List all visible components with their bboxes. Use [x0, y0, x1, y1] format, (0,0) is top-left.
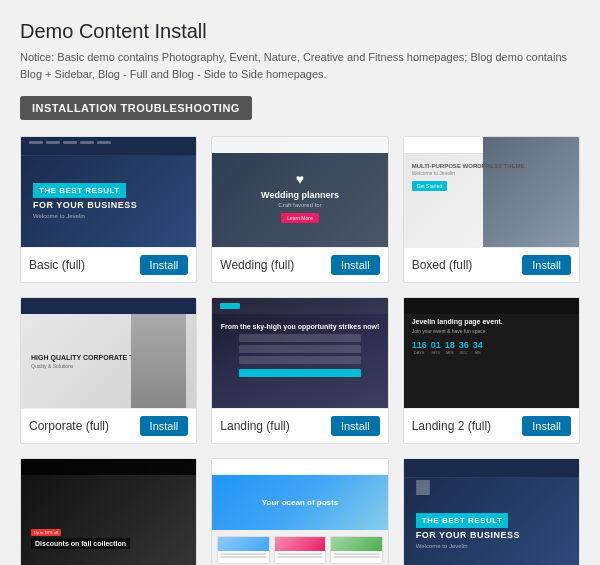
preview-landing: From the sky-high you opportunity strike…: [212, 298, 387, 408]
blog-card-text: [331, 551, 381, 561]
hero-line2: FOR YOUR BUSINESS: [33, 200, 184, 210]
blog-cards: [217, 536, 382, 564]
blog-mini-line: [220, 553, 266, 555]
blog-card-img: [331, 537, 381, 551]
preview-corporate: High Quality Corporate Template Quality …: [21, 298, 196, 408]
blog-card-2: [274, 536, 326, 564]
boxed-image: [483, 137, 579, 247]
install-button[interactable]: Install: [331, 416, 380, 436]
blog-nav: [212, 459, 387, 475]
boxed-text: Multi-purpose WordPress Theme Welcome to…: [412, 162, 525, 191]
theme-label: Wedding (full): [220, 258, 294, 272]
counter-h: 01 HRS: [431, 340, 441, 355]
theme-card-corporate: High Quality Corporate Template Quality …: [20, 297, 197, 444]
blog-mini-line: [333, 556, 379, 558]
hero-text: THE BEST RESULT FOR YOUR BUSINESS Welcom…: [33, 181, 184, 219]
hero-line2: FOR YOUR BUSINESS: [416, 530, 567, 540]
counter-s-value: 36: [459, 340, 469, 350]
card-footer: Wedding (full) Install: [212, 247, 387, 282]
card-footer: Landing 2 (full) Install: [404, 408, 579, 443]
boxed-cta: Get Started: [412, 181, 448, 191]
blog-card-text: [275, 551, 325, 561]
nav-dot: [416, 492, 430, 495]
nav-dot: [80, 141, 94, 144]
blog-mini-line: [333, 553, 379, 555]
preview-shop: Up to 50% off Discounts on fall collecti…: [21, 459, 196, 565]
blog-hero-title: Your ocean of posts: [262, 498, 338, 507]
landing-input-2: [239, 345, 362, 353]
shop-content: Up to 50% off Discounts on fall collecti…: [31, 522, 130, 549]
preview-basic-fast: THE BEST RESULT FOR YOUR BUSINESS Welcom…: [404, 459, 579, 565]
card-footer: Corporate (full) Install: [21, 408, 196, 443]
shop-badge: Up to 50% off: [31, 529, 61, 536]
boxed-title: Multi-purpose WordPress Theme: [412, 162, 525, 170]
card-footer: Basic (full) Install: [21, 247, 196, 282]
landing2-title: Jevelin landing page event.: [412, 318, 571, 325]
preview-blog: Your ocean of posts: [212, 459, 387, 565]
landing2-counters: 116 DAYS 01 HRS 18 MIN 36 SEC: [412, 340, 571, 355]
blog-mini-line: [277, 553, 323, 555]
counter-s: 36 SEC: [459, 340, 469, 355]
wedding-cta: Learn More: [281, 213, 319, 223]
blog-card-img: [275, 537, 325, 551]
hero-sub: Welcome to Jevelin: [416, 543, 567, 549]
boxed-sub: Welcome to Jevelin: [412, 170, 525, 176]
counter-m-value: 18: [445, 340, 455, 350]
nav-dots: [416, 480, 567, 495]
troubleshoot-button[interactable]: INSTALLATION TROUBLESHOOTING: [20, 96, 252, 120]
landing-submit: [239, 369, 362, 377]
counter-m: 18 MIN: [445, 340, 455, 355]
theme-card-basic-fast: THE BEST RESULT FOR YOUR BUSINESS Welcom…: [403, 458, 580, 565]
theme-label: Basic (full): [29, 258, 85, 272]
counter-ms: 34 MS: [473, 340, 483, 355]
hero-line1: THE BEST RESULT: [33, 183, 126, 198]
counter-s-label: SEC: [460, 350, 468, 355]
landing2-nav: [404, 298, 579, 314]
theme-label: Landing 2 (full): [412, 419, 491, 433]
theme-card-landing: From the sky-high you opportunity strike…: [211, 297, 388, 444]
notice-text: Notice: Basic demo contains Photography,…: [20, 49, 580, 82]
preview-basic: THE BEST RESULT FOR YOUR BUSINESS Welcom…: [21, 137, 196, 247]
theme-label: Landing (full): [220, 419, 289, 433]
corp-person-image: [131, 314, 186, 408]
shop-nav: [21, 459, 196, 475]
install-button[interactable]: Install: [140, 255, 189, 275]
landing-content: From the sky-high you opportunity strike…: [212, 323, 387, 377]
counter-days-label: DAYS: [414, 350, 425, 355]
theme-grid: THE BEST RESULT FOR YOUR BUSINESS Welcom…: [20, 136, 580, 565]
hero-line1: THE BEST RESULT: [416, 513, 509, 528]
theme-card-landing2: Jevelin landing page event. Join your ev…: [403, 297, 580, 444]
nav-dot: [46, 141, 60, 144]
landing-logo: [220, 303, 240, 309]
blog-mini-line: [220, 556, 266, 558]
install-button[interactable]: Install: [140, 416, 189, 436]
counter-h-value: 01: [431, 340, 441, 350]
install-button[interactable]: Install: [331, 255, 380, 275]
landing-input-3: [239, 356, 362, 364]
preview-landing2: Jevelin landing page event. Join your ev…: [404, 298, 579, 408]
blog-hero: Your ocean of posts: [212, 475, 387, 530]
landing-form: [239, 334, 362, 377]
theme-card-shop: Up to 50% off Discounts on fall collecti…: [20, 458, 197, 565]
blog-card-img: [218, 537, 268, 551]
landing2-sub: Join your event & have fun space.: [412, 328, 571, 334]
blog-card-1: [217, 536, 269, 564]
wedding-content: ♥ Wedding planners Craft favored for Lea…: [261, 171, 339, 223]
install-button[interactable]: Install: [522, 416, 571, 436]
heart-icon: ♥: [296, 171, 304, 187]
wedding-title: Wedding planners: [261, 190, 339, 200]
counter-ms-label: MS: [475, 350, 481, 355]
card-footer: Landing (full) Install: [212, 408, 387, 443]
install-button[interactable]: Install: [522, 255, 571, 275]
blog-card-text: [218, 551, 268, 561]
page-title: Demo Content Install: [20, 20, 580, 43]
nav-dot: [29, 141, 43, 144]
theme-card-wedding: ♥ Wedding planners Craft favored for Lea…: [211, 136, 388, 283]
theme-card-blog: Your ocean of posts: [211, 458, 388, 565]
corp-hero: High Quality Corporate Template Quality …: [21, 314, 196, 408]
landing-nav: [212, 298, 387, 314]
nav-dot: [97, 141, 111, 144]
preview-boxed: Multi-purpose WordPress Theme Welcome to…: [404, 137, 579, 247]
theme-card-boxed: Multi-purpose WordPress Theme Welcome to…: [403, 136, 580, 283]
counter-m-label: MIN: [446, 350, 453, 355]
